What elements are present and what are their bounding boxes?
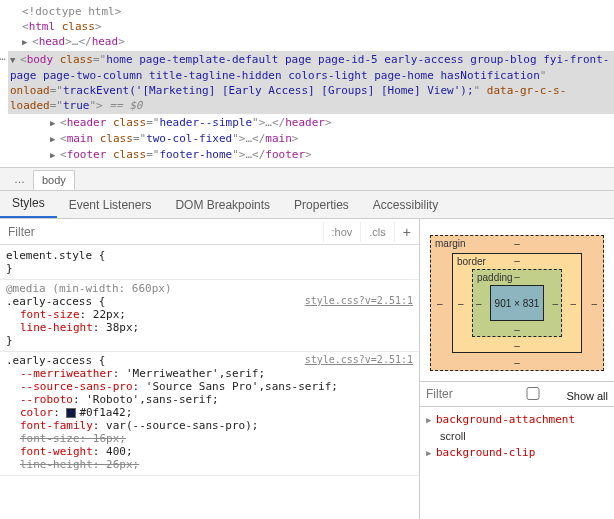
expand-icon[interactable]: ▶	[426, 448, 436, 458]
right-panel: margin – – – – border – – – – padding – …	[420, 219, 614, 519]
main-tag[interactable]: ▶<main class="two-col-fixed">…</main>	[8, 131, 614, 147]
computed-list: ▶background-attachment scroll ▶backgroun…	[420, 407, 614, 465]
selection-dots-icon: ⋯	[0, 52, 4, 67]
header-tag[interactable]: ▶<header class="header--simple">…</heade…	[8, 115, 614, 131]
tab-accessibility[interactable]: Accessibility	[361, 192, 450, 218]
computed-row[interactable]: ▶background-clip	[426, 444, 608, 461]
collapse-icon[interactable]: ▼	[10, 53, 20, 68]
dom-tree: <!doctype html> <html class> ▶<head>…</h…	[0, 0, 614, 167]
tab-event-listeners[interactable]: Event Listeners	[57, 192, 164, 218]
expand-icon[interactable]: ▶	[22, 35, 32, 50]
hov-button[interactable]: :hov	[323, 222, 361, 242]
computed-row[interactable]: ▶background-attachment	[426, 411, 608, 428]
tab-dom-breakpoints[interactable]: DOM Breakpoints	[163, 192, 282, 218]
tab-styles[interactable]: Styles	[0, 190, 57, 218]
html-tag[interactable]: <html class>	[8, 19, 614, 34]
content-layer[interactable]: 901 × 831	[490, 285, 544, 321]
computed-filter-input[interactable]	[426, 387, 486, 401]
expand-icon[interactable]: ▶	[50, 132, 60, 147]
overridden-prop[interactable]: line-height: 26px;	[6, 458, 413, 471]
expand-icon[interactable]: ▶	[50, 148, 60, 163]
breadcrumb: … body	[0, 167, 614, 191]
rule-element-style[interactable]: element.style { }	[0, 247, 419, 280]
source-link[interactable]: style.css?v=2.51:1	[305, 354, 413, 365]
styles-panel: :hov .cls + element.style { } @media (mi…	[0, 219, 420, 519]
new-rule-button[interactable]: +	[394, 222, 419, 242]
styles-filter-input[interactable]	[0, 221, 323, 243]
tab-properties[interactable]: Properties	[282, 192, 361, 218]
expand-icon[interactable]: ▶	[50, 116, 60, 131]
css-rules: element.style { } @media (min-width: 660…	[0, 245, 419, 519]
color-swatch[interactable]	[66, 408, 76, 418]
rule-early-access-media[interactable]: @media (min-width: 660px) .early-access …	[0, 280, 419, 352]
computed-value: scroll	[426, 428, 608, 444]
expand-icon[interactable]: ▶	[426, 415, 436, 425]
crumb-root[interactable]: …	[6, 170, 33, 188]
footer-tag[interactable]: ▶<footer class="footer-home">…</footer>	[8, 147, 614, 163]
panel-tabs: Styles Event Listeners DOM Breakpoints P…	[0, 191, 614, 219]
styles-filter-bar: :hov .cls +	[0, 219, 419, 245]
crumb-body[interactable]: body	[33, 170, 75, 190]
box-model[interactable]: margin – – – – border – – – – padding – …	[420, 219, 614, 381]
source-link[interactable]: style.css?v=2.51:1	[305, 295, 413, 306]
show-all-checkbox[interactable]	[503, 387, 563, 400]
show-all-toggle[interactable]: Show all	[503, 387, 608, 402]
body-tag-selected[interactable]: ⋯ ▼<body class="home page-template-defau…	[8, 51, 614, 114]
cls-button[interactable]: .cls	[360, 222, 394, 242]
rule-early-access[interactable]: .early-access {style.css?v=2.51:1 --merr…	[0, 352, 419, 476]
doctype: <!doctype html>	[8, 4, 614, 19]
overridden-prop[interactable]: font-size: 16px;	[6, 432, 413, 445]
head-tag[interactable]: ▶<head>…</head>	[8, 34, 614, 50]
computed-filter-bar: Show all	[420, 381, 614, 407]
